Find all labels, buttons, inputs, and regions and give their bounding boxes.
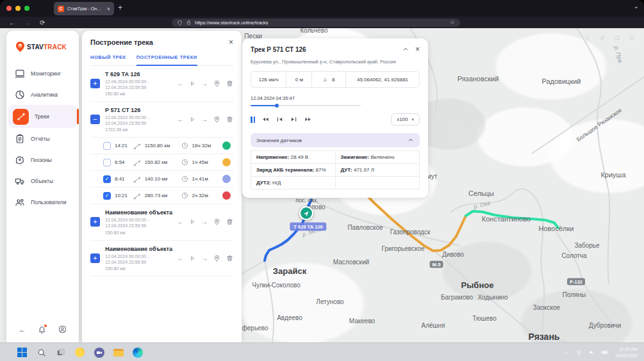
fast-forward-icon <box>304 116 311 123</box>
map-place-label: пос. свх. <box>295 197 318 204</box>
play-track-button[interactable] <box>190 219 195 225</box>
taskbar-chat-button[interactable] <box>94 347 104 358</box>
tray-chevron-up-icon[interactable] <box>564 349 570 355</box>
play-track-button[interactable] <box>190 116 195 122</box>
forward-button[interactable]: → <box>24 19 31 26</box>
taskbar-search-button[interactable] <box>36 347 47 358</box>
wifi-icon[interactable] <box>575 349 582 356</box>
tab-built-tracks[interactable]: ПОСТРОЕННЫЕ ТРЕКИ <box>136 54 197 66</box>
sidebar-item-label: Аналитика <box>31 92 58 98</box>
window-zoom-button[interactable] <box>24 6 29 11</box>
back-button[interactable]: ← <box>9 19 15 26</box>
expand-toggle[interactable]: + <box>90 253 100 263</box>
sidebar-item-label: Мониторинг <box>31 70 61 77</box>
lock-icon[interactable] <box>186 20 192 26</box>
orange-track[interactable] <box>361 189 466 251</box>
sidebar-item-tracks[interactable]: Треки <box>8 105 77 128</box>
sidebar-item-analytics[interactable]: Аналитика <box>6 84 79 105</box>
sensor-cell: Зажигание: Включено <box>335 151 420 164</box>
close-panel-button[interactable]: × <box>229 38 233 46</box>
add-geopoint-button[interactable] <box>213 255 220 262</box>
menu-icon[interactable] <box>629 35 635 41</box>
add-geopoint-button[interactable] <box>213 116 220 123</box>
chat-icon <box>94 348 104 358</box>
expand-toggle[interactable]: + <box>90 79 100 88</box>
playback-speed-select[interactable]: x100 ▾ <box>391 113 420 125</box>
taskbar-edge-button[interactable] <box>132 347 143 358</box>
rewind-button[interactable] <box>262 116 269 123</box>
downloads-icon[interactable] <box>584 35 591 41</box>
vehicle-marker[interactable] <box>299 206 313 220</box>
delete-track-button[interactable] <box>226 80 233 87</box>
tab-new-track[interactable]: НОВЫЙ ТРЕК <box>90 54 126 65</box>
new-tab-button[interactable]: + <box>118 3 122 12</box>
next-point-button[interactable]: → <box>201 218 208 225</box>
play-track-button[interactable] <box>190 81 195 86</box>
next-point-button[interactable]: → <box>201 116 208 123</box>
prev-point-button[interactable]: ← <box>178 218 184 225</box>
window-minimize-button[interactable] <box>15 6 21 11</box>
delete-track-button[interactable] <box>226 116 233 123</box>
tracking-shield-icon[interactable] <box>177 20 183 26</box>
play-track-button[interactable] <box>190 255 195 261</box>
map-place-label: Константиново <box>482 215 531 223</box>
prev-point-button[interactable]: ← <box>178 80 184 87</box>
volume-icon[interactable] <box>588 349 595 356</box>
fast-forward-button[interactable] <box>304 116 311 123</box>
monitor-icon <box>15 68 25 79</box>
sensors-section-header[interactable]: Значения датчиков <box>251 133 420 147</box>
taskbar-start-button[interactable] <box>17 347 28 358</box>
delete-track-button[interactable] <box>226 255 233 262</box>
segment-checkbox[interactable] <box>103 159 111 166</box>
sidebar-item-geozones[interactable]: Геозоны <box>6 149 79 170</box>
collapse-sidebar-button[interactable]: ← <box>19 326 26 333</box>
next-point-button[interactable]: → <box>201 255 208 262</box>
geozones-icon <box>15 155 25 165</box>
window-close-button[interactable] <box>6 6 12 11</box>
account-button[interactable] <box>58 325 67 333</box>
close-detail-button[interactable]: × <box>415 45 420 53</box>
expand-toggle[interactable]: − <box>90 115 100 124</box>
sidebar-item-reports[interactable]: Отчёты <box>6 128 79 149</box>
browser-tab[interactable]: С СтавТрак - Онлайн мониторинг × <box>54 2 114 15</box>
add-geopoint-button[interactable] <box>213 80 220 87</box>
playback-slider[interactable] <box>251 105 361 106</box>
segment-checkbox[interactable]: ✓ <box>103 175 111 183</box>
next-point-button[interactable]: → <box>201 80 208 87</box>
segment-duration: 16ч 32м <box>192 143 219 148</box>
extensions-icon[interactable] <box>599 35 606 41</box>
sidebar-toggle-icon[interactable] <box>614 35 620 41</box>
delete-track-button[interactable] <box>226 218 233 225</box>
prev-point-button[interactable]: ← <box>178 116 184 123</box>
collapse-detail-button[interactable] <box>402 46 409 52</box>
pause-button[interactable] <box>251 116 255 123</box>
step-forward-button[interactable] <box>290 116 297 123</box>
segment-checkbox[interactable] <box>103 142 111 150</box>
altitude-value: 0 м <box>286 72 311 87</box>
sidebar-item-objects[interactable]: Объекты <box>6 170 79 191</box>
taskbar-clock[interactable]: 11:00 AM 10/05/2021 <box>615 346 638 358</box>
slider-handle[interactable] <box>275 104 279 108</box>
tab-overflow-button[interactable]: ⌄ <box>634 3 639 10</box>
notifications-button[interactable] <box>38 325 46 333</box>
step-back-button[interactable] <box>276 116 283 123</box>
battery-icon[interactable] <box>601 349 609 356</box>
sidebar-item-users[interactable]: Пользователи <box>6 191 79 213</box>
expand-toggle[interactable]: + <box>90 217 100 227</box>
system-tray[interactable]: 11:00 AM 10/05/2021 <box>564 343 638 361</box>
reload-button[interactable]: ⟳ <box>40 19 45 26</box>
prev-point-button[interactable]: ← <box>178 255 184 262</box>
taskbar-firefox-button[interactable] <box>74 347 85 358</box>
segment-color-dot <box>222 141 231 150</box>
bookmark-star-icon[interactable]: ☆ <box>450 19 455 26</box>
map-place-label: мут <box>427 173 438 180</box>
tab-close-icon[interactable]: × <box>107 6 110 12</box>
sensor-cell <box>335 177 420 189</box>
taskbar-explorer-button[interactable] <box>113 347 124 358</box>
url-bar[interactable]: https://www.stavtrack.online/tracks ☆ <box>172 19 460 27</box>
sidebar-item-monitoring[interactable]: Мониторинг <box>6 63 79 84</box>
add-geopoint-button[interactable] <box>213 218 220 225</box>
segment-checkbox[interactable]: ✓ <box>103 192 111 200</box>
taskbar-task-view-button[interactable] <box>55 347 66 358</box>
track-segment-row: 14:211150.80 км16ч 32м <box>90 138 233 154</box>
